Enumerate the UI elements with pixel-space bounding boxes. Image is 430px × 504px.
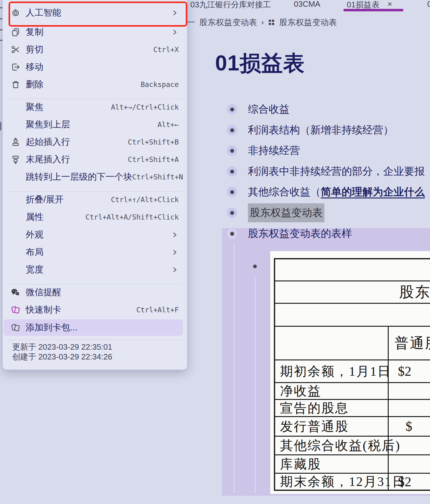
flashcard-icon xyxy=(10,305,21,315)
equity-table: 股东权益变动表 普通股 期初余额，1月1日 $2 净收益 宣告的股息 发行普通股… xyxy=(274,258,430,491)
menu-item-label: 聚焦 xyxy=(26,101,43,113)
indent-guide xyxy=(255,277,256,493)
breadcrumb-item-current[interactable]: 股东权益变动表 xyxy=(279,17,337,28)
menu-shortcut: Ctrl+↑/Alt+Click xyxy=(111,196,179,204)
list-item-selected[interactable]: 股东权益变动表 xyxy=(227,204,324,221)
menu-item-collapse-expand[interactable]: 折叠/展开 Ctrl+↑/Alt+Click xyxy=(4,192,183,207)
no-icon-spacer xyxy=(10,265,21,275)
list-item[interactable]: 利润表中非持续经营的部分，企业要报 xyxy=(227,163,425,180)
table-row: 发行普通股 $ xyxy=(275,417,430,437)
menu-item-properties[interactable]: 属性 Ctrl+Alt+A/Shift+Click xyxy=(4,209,183,225)
bullet-text-prefix: 其他综合收益（ xyxy=(248,186,321,197)
menu-item-insert-row-end[interactable]: 末尾插入行 Ctrl+Shift+A xyxy=(4,152,183,167)
table-title: 股东权益变动表 xyxy=(399,282,430,302)
menu-shortcut: Alt+← xyxy=(158,121,179,129)
chevron-right-icon xyxy=(171,9,179,17)
bullet-text-selected: 股东权益变动表 xyxy=(248,203,324,222)
no-icon-spacer xyxy=(10,172,21,182)
menu-item-delete[interactable]: 删除 Backspace xyxy=(4,77,183,92)
menu-shortcut: Ctrl+Shift+A xyxy=(128,156,179,164)
menu-divider xyxy=(7,191,182,192)
menu-item-label: 剪切 xyxy=(26,43,43,56)
menu-item-label: 复制 xyxy=(26,26,43,38)
breadcrumb: 一 股东权益变动表 › 股东权益变动表 xyxy=(187,17,337,28)
bullet-text: 利润表中非持续经营的部分，企业要报 xyxy=(248,164,425,179)
tab-close-icon[interactable]: × xyxy=(387,0,392,9)
chevron-right-icon xyxy=(171,266,179,274)
menu-item-appearance[interactable]: 外观 xyxy=(4,227,183,243)
wechat-icon xyxy=(10,288,21,297)
menu-shortcut: Backspace xyxy=(140,81,179,88)
table-row: 库藏股 xyxy=(275,455,430,474)
table-cell-label: 其他综合收益(税后) xyxy=(275,437,389,454)
menu-item-jump-next-block[interactable]: 跳转到上一层级的下一个块 Ctrl+Shift+N xyxy=(4,169,183,185)
tab-03cma[interactable]: 03CMA xyxy=(294,0,320,9)
tab-03jiujiang[interactable]: 03九江银行分库对接工 xyxy=(190,0,274,10)
breadcrumb-item-parent[interactable]: 股东权益变动表 xyxy=(199,17,257,28)
table-cell-value: $2 xyxy=(389,363,430,379)
menu-item-cut[interactable]: 剪切 Ctrl+X xyxy=(4,42,183,57)
bullet-icon[interactable] xyxy=(227,104,237,115)
bullet-icon[interactable] xyxy=(227,228,237,239)
active-tab-underline xyxy=(343,9,403,11)
menu-item-focus-parent[interactable]: 聚焦到上层 Alt+← xyxy=(4,117,183,132)
no-icon-spacer xyxy=(10,212,21,222)
bullet-text: 利润表结构（新增非持续经营） xyxy=(248,123,394,137)
bullet-icon[interactable] xyxy=(227,125,237,135)
menu-divider xyxy=(7,340,182,340)
menu-item-quick-flashcard[interactable]: 快速制卡 Ctrl+Alt+F xyxy=(4,302,183,318)
chevron-right-icon xyxy=(171,248,179,256)
menu-item-focus[interactable]: 聚焦 Alt+→/Ctrl+Click xyxy=(4,100,183,115)
table-row xyxy=(275,259,430,281)
list-item[interactable]: 综合收益 xyxy=(227,101,290,118)
menu-item-label: 人工智能 xyxy=(26,7,61,19)
created-timestamp: 创建于 2023-03-29 22:34:26 xyxy=(12,352,112,362)
no-icon-spacer xyxy=(10,247,21,257)
list-item[interactable]: 非持续经营 xyxy=(227,142,300,159)
tab-partial-next[interactable]: 0 xyxy=(427,0,430,9)
bullet-text-bold: 简单的理解为企业什么 xyxy=(321,186,425,197)
menu-item-add-to-card-pack[interactable]: 添加到卡包... xyxy=(4,319,183,336)
robot-icon xyxy=(10,8,21,18)
chevron-right-icon xyxy=(171,28,179,36)
table-header-col1 xyxy=(275,327,389,359)
menu-item-label: 聚焦到上层 xyxy=(26,118,70,131)
menu-item-label: 添加到卡包... xyxy=(26,322,77,334)
table-row: 净收益 xyxy=(275,383,430,400)
menu-item-label: 快速制卡 xyxy=(26,304,61,316)
list-item[interactable]: 利润表结构（新增非持续经营） xyxy=(227,122,394,139)
bullet-icon[interactable] xyxy=(227,166,237,177)
menu-item-label: 移动 xyxy=(26,61,43,73)
table-row-title: 股东权益变动表 xyxy=(275,281,430,304)
move-icon xyxy=(10,62,21,72)
menu-item-label: 删除 xyxy=(26,78,43,91)
menu-item-ai[interactable]: 人工智能 xyxy=(4,5,183,21)
menu-item-layout[interactable]: 布局 xyxy=(4,245,183,260)
bullet-text: 其他综合收益（简单的理解为企业什么 xyxy=(248,185,425,199)
table-cell-label: 期末余额，12月31日 xyxy=(275,474,389,490)
table-row: 期末余额，12月31日 $2 xyxy=(275,474,430,490)
menu-item-label: 宽度 xyxy=(26,264,43,276)
cutoff-sidebar-fragment xyxy=(0,122,1,130)
copy-icon xyxy=(10,27,21,37)
table-row: 宣告的股息 xyxy=(275,400,430,417)
bullet-icon[interactable] xyxy=(227,145,237,156)
bullet-icon[interactable] xyxy=(227,208,237,218)
table-cell-label: 发行普通股 xyxy=(275,417,389,436)
menu-item-move[interactable]: 移动 xyxy=(4,59,183,75)
table-header-col2: 普通股 xyxy=(389,334,430,353)
list-item[interactable]: 股东权益变动表的表样 xyxy=(227,225,352,242)
bullet-icon[interactable] xyxy=(253,265,257,268)
menu-item-insert-row-start[interactable]: 起始插入行 Ctrl+Shift+B xyxy=(4,134,183,150)
menu-item-wechat-reminder[interactable]: 微信提醒 xyxy=(4,285,183,300)
bullet-icon[interactable] xyxy=(227,187,237,197)
list-item[interactable]: 其他综合收益（简单的理解为企业什么 xyxy=(227,183,425,201)
table-cell-label: 库藏股 xyxy=(275,455,389,473)
table-cell-label: 期初余额，1月1日 xyxy=(275,360,389,382)
menu-item-copy[interactable]: 复制 xyxy=(4,24,183,40)
menu-shortcut: Ctrl+Shift+B xyxy=(128,138,179,146)
menu-shortcut: Ctrl+Alt+A/Shift+Click xyxy=(85,213,179,221)
menu-item-label: 跳转到上一层级的下一个块 xyxy=(26,171,132,183)
menu-item-width[interactable]: 宽度 xyxy=(4,262,183,277)
trash-icon xyxy=(10,80,21,89)
